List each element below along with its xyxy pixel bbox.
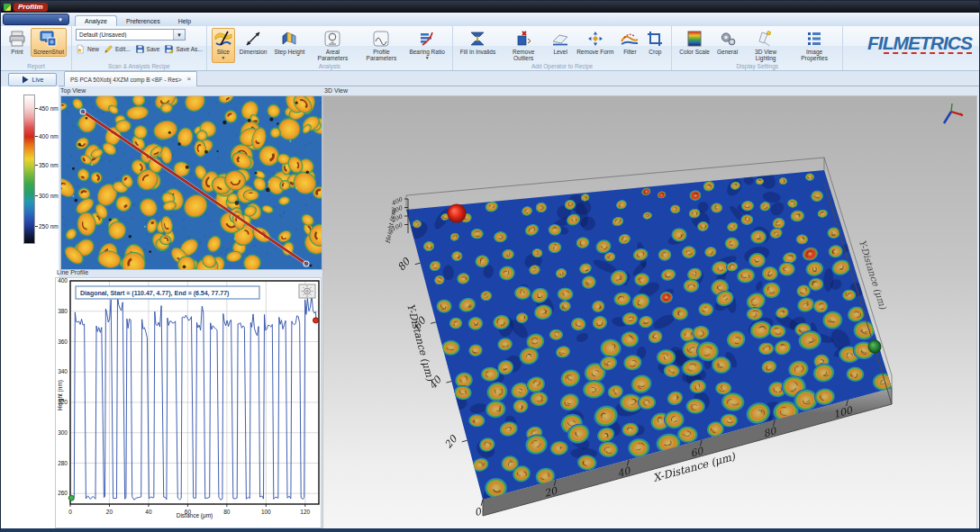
profile-parameters-button[interactable]: Profile Parameters — [358, 28, 404, 63]
close-icon[interactable]: × — [187, 76, 192, 83]
ribbon-group-add-operator-to-recipe: Fill In InvalidsRemove OutliersLevelRemo… — [453, 26, 673, 70]
lighting-icon — [757, 30, 775, 48]
profile-parameters-icon — [372, 30, 390, 48]
bearing-ratio-icon — [418, 30, 436, 48]
screenshot-label: ScreenShot — [33, 49, 64, 55]
bearing-ratio-button[interactable]: Bearing Ratio▼ — [406, 28, 447, 63]
play-icon — [22, 76, 29, 84]
slice-icon — [214, 30, 232, 48]
step-height-button[interactable]: Step Height — [271, 28, 307, 57]
line-profile-panel: 260280300320340360380400020406080100120H… — [55, 277, 322, 528]
areal-parameters-label: Areal Parameters — [312, 49, 353, 61]
new-button[interactable]: New — [76, 44, 99, 54]
x-tick-label: 80 — [223, 509, 231, 515]
image-properties-icon — [805, 30, 823, 48]
ribbon-group-label: Display Settings — [672, 63, 842, 69]
edit-button[interactable]: Edit... — [104, 44, 131, 54]
slice-end-marker — [313, 318, 319, 323]
ribbon-group-display-settings: Color ScaleGeneral3D View LightingImage … — [672, 26, 843, 70]
dimension-button[interactable]: Dimension — [237, 28, 270, 57]
annotation-text: Diagonal, Start = (110.47, 4.77), End = … — [80, 290, 229, 297]
save-as-label: Save As... — [176, 46, 202, 52]
tab-preferences[interactable]: Preferences — [117, 16, 169, 26]
three-d-view-panel — [322, 95, 977, 529]
chart-settings-button[interactable] — [299, 284, 315, 298]
screenshot-button[interactable]: ScreenShot — [31, 28, 67, 57]
remove-outliers-label: Remove Outliers — [503, 49, 544, 61]
x-tick-label: 20 — [106, 509, 113, 515]
color-scale-label: 400 nm — [35, 133, 59, 140]
y-tick-label: 340 — [58, 368, 68, 374]
level-button[interactable]: Level — [549, 28, 572, 57]
save-button[interactable]: Save — [135, 44, 160, 54]
printer-icon — [8, 30, 26, 48]
fill-in-invalids-label: Fill In Invalids — [460, 49, 495, 55]
recipe-dropdown[interactable]: Default (Unsaved)▼ — [76, 29, 186, 41]
print-button[interactable]: Print — [5, 28, 29, 57]
color-scale-label: 250 nm — [35, 223, 59, 230]
image-properties-button[interactable]: Image Properties — [791, 28, 838, 63]
remove-form-button[interactable]: Remove Form — [574, 28, 616, 57]
filter-icon — [621, 30, 639, 48]
filter-label: Filter — [623, 49, 636, 55]
remove-form-label: Remove Form — [576, 49, 613, 55]
general-icon — [719, 30, 737, 48]
x-tick-label: 40 — [145, 509, 152, 515]
filter-button[interactable]: Filter — [618, 28, 641, 57]
x-tick-label: 0 — [68, 509, 72, 515]
step-height-icon — [280, 30, 298, 48]
3d-view-lighting-button[interactable]: 3D View Lighting — [742, 28, 789, 63]
profile-parameters-label: Profile Parameters — [360, 49, 402, 61]
live-button[interactable]: Live — [8, 73, 57, 86]
edit-label: Edit... — [115, 46, 131, 52]
ribbon-group-label: Report — [1, 63, 71, 69]
y-tick-label: 360 — [58, 338, 68, 345]
3d-view-lighting-label: 3D View Lighting — [745, 49, 786, 61]
slice-button[interactable]: Slice▼ — [212, 28, 235, 63]
application-menu-button[interactable]: ▼ — [3, 14, 69, 25]
tab-help[interactable]: Help — [169, 16, 200, 26]
ribbon-group-label: Add Operator to Recipe — [453, 63, 672, 69]
print-label: Print — [11, 49, 23, 55]
crop-button[interactable]: Crop — [643, 28, 667, 57]
slice-start-marker — [68, 495, 74, 500]
line-profile-chart: 260280300320340360380400020406080100120H… — [56, 278, 321, 527]
chevron-down-icon: ▼ — [425, 55, 430, 61]
color-scale-button[interactable]: Color Scale — [676, 28, 712, 57]
general-button[interactable]: General — [714, 28, 740, 57]
save-as-button[interactable]: Save As... — [164, 44, 202, 54]
filmetrics-logo-text: FILMETRICS — [867, 34, 972, 52]
dimension-label: Dimension — [240, 49, 268, 55]
tab-analyze[interactable]: Analyze — [75, 15, 117, 26]
remove-outliers-icon — [514, 30, 532, 48]
new-icon — [76, 44, 86, 54]
menu-bar: ▼ Analyze Preferences Help — [1, 13, 979, 27]
title-bar: Profilm — [1, 1, 979, 13]
window-title: Profilm — [14, 3, 48, 12]
edit-icon — [104, 44, 113, 54]
three-d-view-title: 3D View — [324, 87, 348, 94]
chevron-down-icon: ▼ — [58, 17, 63, 23]
height-color-scale — [23, 95, 35, 244]
y-tick-label: 400 — [58, 278, 68, 284]
orientation-triad-icon[interactable] — [940, 99, 966, 130]
chevron-down-icon[interactable]: ▼ — [173, 30, 185, 40]
top-view-image[interactable] — [61, 96, 322, 269]
color-scale-label: 350 nm — [35, 162, 59, 168]
app-icon — [4, 4, 11, 11]
y-tick-label: 280 — [58, 460, 68, 466]
document-tab[interactable]: PS PCA 50Xobj 4XZM comp B <BF - Res> × — [64, 71, 197, 86]
level-label: Level — [553, 49, 567, 55]
areal-parameters-button[interactable]: Areal Parameters — [309, 28, 356, 63]
fill-in-invalids-button[interactable]: Fill In Invalids — [458, 28, 498, 57]
save-icon — [135, 44, 145, 54]
y-tick-label: 300 — [58, 429, 68, 436]
three-d-surface[interactable] — [323, 96, 976, 528]
remove-outliers-button[interactable]: Remove Outliers — [500, 28, 547, 63]
crop-icon — [646, 30, 664, 48]
remove-form-icon — [586, 30, 604, 48]
top-view-panel — [60, 95, 322, 270]
new-label: New — [87, 46, 99, 52]
ribbon-group-report: PrintScreenShotReport — [1, 26, 72, 70]
areal-parameters-icon — [323, 30, 341, 48]
